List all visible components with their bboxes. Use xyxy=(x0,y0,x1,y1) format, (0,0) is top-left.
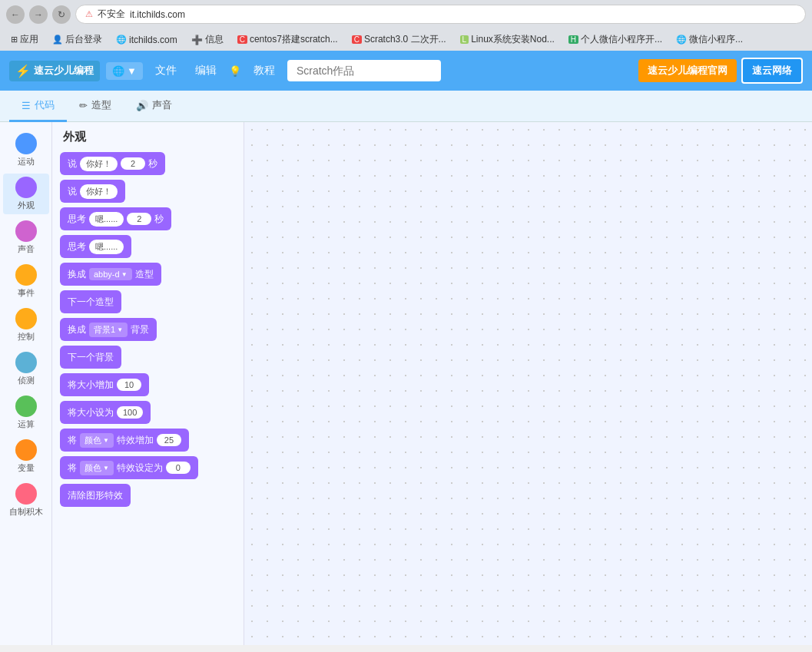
think-block[interactable]: 思考 嗯...... xyxy=(60,235,131,258)
main-area: 运动 外观 声音 事件 控制 侦测 运算 变量 xyxy=(0,122,812,645)
network-button[interactable]: 速云网络 xyxy=(741,58,803,84)
bookmark-label: 应用 xyxy=(20,33,38,46)
bookmark-label: 后台登录 xyxy=(65,33,102,46)
think-input1[interactable]: 嗯...... xyxy=(89,240,124,254)
sidebar-item-myblocks[interactable]: 自制积木 xyxy=(3,480,49,521)
effect-set-input[interactable]: 0 xyxy=(166,462,191,474)
next-backdrop-block[interactable]: 下一个背景 xyxy=(60,346,121,369)
sidebar-label-looks: 外观 xyxy=(18,200,35,211)
browser-chrome: ← → ↻ ⚠ 不安全 it.itchilds.com ⊞ 应用 👤 后台登录 … xyxy=(0,0,812,51)
sidebar-item-variables[interactable]: 变量 xyxy=(3,436,49,477)
next-costume-label: 下一个造型 xyxy=(68,296,114,309)
block-size-change: 将大小增加 10 xyxy=(60,373,236,396)
tabs-bar: ☰ 代码 ✏ 造型 🔊 声音 xyxy=(0,91,812,122)
switch-costume-block[interactable]: 换成 abby-d 造型 xyxy=(60,263,161,286)
block-switch-backdrop: 换成 背景1 背景 xyxy=(60,318,236,341)
sidebar-label-operators: 运算 xyxy=(18,419,35,430)
size-set-block[interactable]: 将大小设为 100 xyxy=(60,401,151,424)
effect-change-input[interactable]: 25 xyxy=(157,434,181,446)
sidebar-label-events: 事件 xyxy=(18,287,35,299)
sidebar-item-sensing[interactable]: 侦测 xyxy=(3,349,49,389)
size-change-input[interactable]: 10 xyxy=(117,379,141,391)
control-dot xyxy=(15,308,37,329)
address-bar[interactable]: ⚠ 不安全 it.itchilds.com xyxy=(75,5,806,24)
language-button[interactable]: 🌐 ▼ xyxy=(106,62,143,80)
tab-costume[interactable]: ✏ 造型 xyxy=(67,91,124,122)
tab-sound[interactable]: 🔊 声音 xyxy=(124,91,184,122)
tab-sound-icon: 🔊 xyxy=(136,100,148,111)
switch-backdrop-block[interactable]: 换成 背景1 背景 xyxy=(60,318,157,341)
site-button[interactable]: 速云少儿编程官网 xyxy=(638,59,737,82)
globe-btn-icon: 🌐 xyxy=(112,65,124,77)
effect-change-middle: 特效增加 xyxy=(117,434,154,447)
sidebar-item-control[interactable]: 控制 xyxy=(3,305,49,346)
search-input[interactable] xyxy=(287,60,441,81)
tab-code[interactable]: ☰ 代码 xyxy=(9,91,67,122)
block-next-costume: 下一个造型 xyxy=(60,290,236,313)
bookmark-wechat-mini[interactable]: H 个人微信小程序开... xyxy=(564,31,667,48)
bookmark-label: Linux系统安装Nod... xyxy=(471,33,555,46)
sidebar-label-control: 控制 xyxy=(18,331,35,343)
bookmark-info[interactable]: ➕ 信息 xyxy=(187,31,228,48)
bookmark-apps[interactable]: ⊞ 应用 xyxy=(6,31,43,48)
sidebar-item-sound[interactable]: 声音 xyxy=(3,217,49,258)
next-costume-block[interactable]: 下一个造型 xyxy=(60,290,121,313)
forward-button[interactable]: → xyxy=(29,5,48,24)
header-right: 速云少儿编程官网 速云网络 xyxy=(638,58,803,84)
sidebar-label-sound: 声音 xyxy=(18,243,35,255)
size-set-input[interactable]: 100 xyxy=(117,406,143,419)
size-change-block[interactable]: 将大小增加 10 xyxy=(60,373,149,396)
block-switch-costume: 换成 abby-d 造型 xyxy=(60,263,236,286)
effect-set-block[interactable]: 将 颜色 特效设定为 0 xyxy=(60,456,198,479)
tab-costume-icon: ✏ xyxy=(79,100,88,111)
effect-change-dropdown[interactable]: 颜色 xyxy=(80,433,114,448)
switch-backdrop-suffix: 背景 xyxy=(131,323,149,336)
sound-dot xyxy=(15,220,37,242)
back-button[interactable]: ← xyxy=(6,5,25,24)
say-input1[interactable]: 你好！ xyxy=(80,184,118,199)
bookmark-label: 微信小程序... xyxy=(689,33,743,46)
effect-set-dropdown[interactable]: 颜色 xyxy=(80,461,114,475)
logo-icon: ⚡ xyxy=(15,64,31,78)
bookmark-label: itchilds.com xyxy=(129,35,177,45)
menu-file[interactable]: 文件 xyxy=(149,61,183,81)
clear-effects-block[interactable]: 清除图形特效 xyxy=(60,484,131,507)
switch-costume-label: 换成 xyxy=(68,268,86,281)
operators-dot xyxy=(15,396,37,417)
think-sec-input1[interactable]: 嗯...... xyxy=(89,212,124,227)
sidebar-item-motion[interactable]: 运动 xyxy=(3,130,49,170)
say-sec-suffix: 秒 xyxy=(148,157,157,170)
switch-backdrop-dropdown[interactable]: 背景1 xyxy=(89,323,128,337)
say-label: 说 xyxy=(68,185,77,198)
myblocks-dot xyxy=(15,483,37,505)
switch-costume-suffix: 造型 xyxy=(135,268,154,281)
bookmark-centos[interactable]: C centos7搭建scratch... xyxy=(233,31,343,48)
say-sec-input2[interactable]: 2 xyxy=(121,157,145,170)
bookmark-itchilds[interactable]: 🌐 itchilds.com xyxy=(111,33,182,47)
canvas-area[interactable] xyxy=(244,122,812,645)
sidebar-label-motion: 运动 xyxy=(18,156,35,167)
bookmark-admin[interactable]: 👤 后台登录 xyxy=(48,31,107,48)
security-icon: ⚠ xyxy=(85,9,93,19)
bookmark-scratch[interactable]: C Scratch3.0 二次开... xyxy=(347,31,451,48)
effect-change-block[interactable]: 将 颜色 特效增加 25 xyxy=(60,429,189,452)
say-sec-input1[interactable]: 你好！ xyxy=(80,157,118,171)
sidebar-item-looks[interactable]: 外观 xyxy=(3,174,49,214)
bookmark-wechat2[interactable]: 🌐 微信小程序... xyxy=(671,31,747,48)
say-block[interactable]: 说 你好！ xyxy=(60,180,125,203)
light-icon: 💡 xyxy=(229,65,241,77)
think-sec-input2[interactable]: 2 xyxy=(127,213,151,225)
sidebar-item-operators[interactable]: 运算 xyxy=(3,392,49,433)
say-sec-block[interactable]: 说 你好！ 2 秒 xyxy=(60,152,165,175)
bookmark-linux[interactable]: L Linux系统安装Nod... xyxy=(456,31,559,48)
reload-button[interactable]: ↻ xyxy=(52,5,71,24)
wechat2-icon: 🌐 xyxy=(676,35,687,45)
bookmarks-bar: ⊞ 应用 👤 后台登录 🌐 itchilds.com ➕ 信息 C centos… xyxy=(6,28,806,51)
menu-edit[interactable]: 编辑 xyxy=(189,61,223,81)
switch-costume-dropdown[interactable]: abby-d xyxy=(89,268,132,280)
think-sec-suffix: 秒 xyxy=(154,213,164,226)
think-sec-block[interactable]: 思考 嗯...... 2 秒 xyxy=(60,207,171,230)
sidebar-item-events[interactable]: 事件 xyxy=(3,261,49,302)
menu-teach[interactable]: 教程 xyxy=(247,61,281,81)
sidebar-label-sensing: 侦测 xyxy=(18,375,35,386)
